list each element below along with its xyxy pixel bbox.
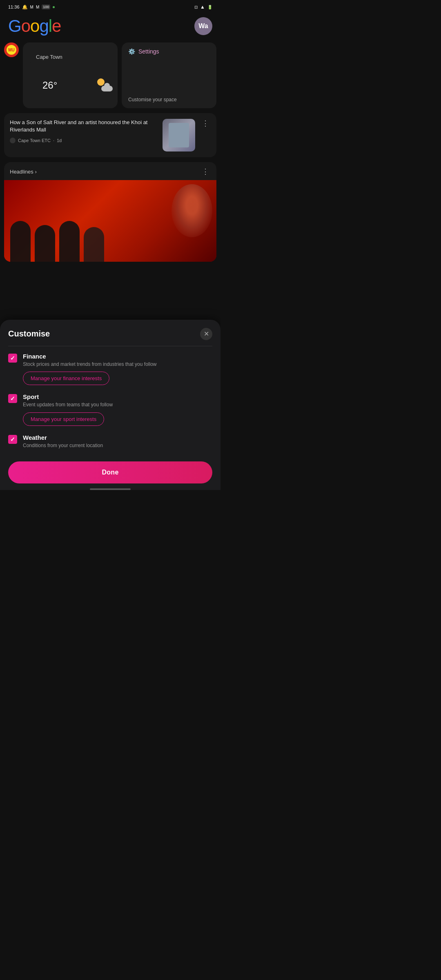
weather-description: Conditions from your current location — [23, 442, 212, 449]
done-button[interactable]: Done — [8, 461, 212, 483]
weather-card[interactable]: Cape Town 26° — [23, 42, 118, 108]
home-indicator — [90, 488, 131, 490]
finance-interest-item: ✓ Finance Stock prices and market trends… — [8, 353, 212, 385]
svg-text:MU: MU — [8, 48, 15, 52]
cards-row: MU Cape Town 26° ⚙️ Settings Customise y… — [0, 42, 220, 108]
sport-title: Sport — [23, 393, 212, 400]
headlines-more-button[interactable]: ⋮ — [200, 167, 211, 176]
dot-indicator — [53, 6, 55, 8]
news-time-ago: 1d — [57, 138, 62, 143]
news-title: How a Son of Salt River and an artist ho… — [10, 119, 158, 134]
wifi-icon: ▲ — [200, 4, 205, 10]
weather-interest-item: ✓ Weather Conditions from your current l… — [8, 434, 212, 453]
app-header: Google Wa — [0, 12, 220, 42]
sheet-title: Customise — [8, 329, 50, 339]
weather-temperature: 26° — [36, 74, 101, 97]
mail-icon-1: M — [30, 5, 33, 9]
settings-subtitle: Customise your space — [128, 97, 210, 102]
finance-checkmark: ✓ — [10, 355, 15, 361]
weather-checkmark: ✓ — [10, 436, 15, 443]
news-separator: · — [53, 138, 54, 143]
sport-checkbox[interactable]: ✓ — [8, 394, 17, 403]
notification-count: 100 — [42, 4, 50, 9]
screen-cast-icon: ⊡ — [194, 5, 198, 9]
google-logo: Google — [8, 16, 61, 36]
status-bar: 11:36 🔔 M M 100 ⊡ ▲ 🔋 — [0, 0, 220, 12]
finance-title: Finance — [23, 353, 212, 360]
partly-cloudy-icon — [101, 78, 105, 92]
weather-title: Weather — [23, 434, 212, 441]
sport-description: Event updates from teams that you follow — [23, 401, 212, 408]
user-avatar[interactable]: Wa — [194, 17, 212, 35]
source-logo — [10, 138, 16, 143]
close-sheet-button[interactable]: ✕ — [200, 328, 212, 340]
time-display: 11:36 — [8, 4, 20, 9]
manage-sport-button[interactable]: Manage your sport interests — [23, 412, 104, 426]
headlines-section: Headlines › ⋮ — [4, 162, 216, 262]
customise-sheet: Customise ✕ ✓ Finance Stock prices and m… — [0, 320, 220, 490]
finance-description: Stock prices and market trends from indu… — [23, 361, 212, 368]
news-more-button[interactable]: ⋮ — [200, 119, 211, 128]
battery-icon: 🔋 — [207, 5, 212, 9]
weather-checkbox[interactable]: ✓ — [8, 435, 17, 444]
news-source: Cape Town ETC — [18, 138, 51, 143]
alarm-icon: 🔔 — [22, 4, 28, 10]
weather-city: Cape Town — [29, 48, 111, 66]
sports-team-logo[interactable]: MU — [4, 42, 19, 57]
settings-gear-icon: ⚙️ — [128, 48, 135, 55]
sport-interest-item: ✓ Sport Event updates from teams that yo… — [8, 393, 212, 426]
news-article-card[interactable]: How a Son of Salt River and an artist ho… — [4, 113, 216, 157]
headlines-title[interactable]: Headlines › — [10, 169, 37, 175]
mail-icon-2: M — [36, 5, 39, 9]
settings-title: Settings — [138, 48, 159, 55]
news-thumbnail — [163, 119, 195, 151]
headlines-image — [4, 180, 216, 262]
sheet-divider — [8, 346, 212, 346]
manage-finance-button[interactable]: Manage your finance interests — [23, 372, 109, 385]
settings-card[interactable]: ⚙️ Settings Customise your space — [122, 42, 216, 108]
sport-checkmark: ✓ — [10, 395, 15, 402]
finance-checkbox[interactable]: ✓ — [8, 354, 17, 363]
